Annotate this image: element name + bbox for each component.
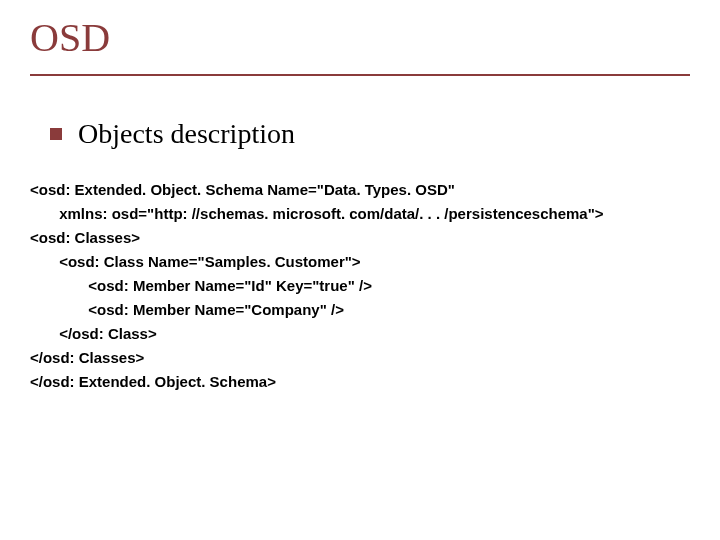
code-line: </osd: Extended. Object. Schema>	[30, 373, 276, 390]
code-line: xmlns: osd="http: //schemas. microsoft. …	[30, 205, 604, 222]
title-underline	[30, 74, 690, 76]
code-line: <osd: Class Name="Samples. Customer">	[30, 253, 361, 270]
slide-title: OSD	[30, 14, 110, 61]
code-line: <osd: Member Name="Id" Key="true" />	[30, 277, 372, 294]
code-line: <osd: Classes>	[30, 229, 140, 246]
subtitle-text: Objects description	[78, 118, 295, 150]
code-line: <osd: Extended. Object. Schema Name="Dat…	[30, 181, 455, 198]
code-line: <osd: Member Name="Company" />	[30, 301, 344, 318]
square-bullet-icon	[50, 128, 62, 140]
slide: OSD Objects description <osd: Extended. …	[0, 0, 720, 540]
code-line: </osd: Class>	[30, 325, 157, 342]
code-line: </osd: Classes>	[30, 349, 144, 366]
subtitle-row: Objects description	[50, 118, 295, 150]
code-block: <osd: Extended. Object. Schema Name="Dat…	[30, 178, 604, 394]
